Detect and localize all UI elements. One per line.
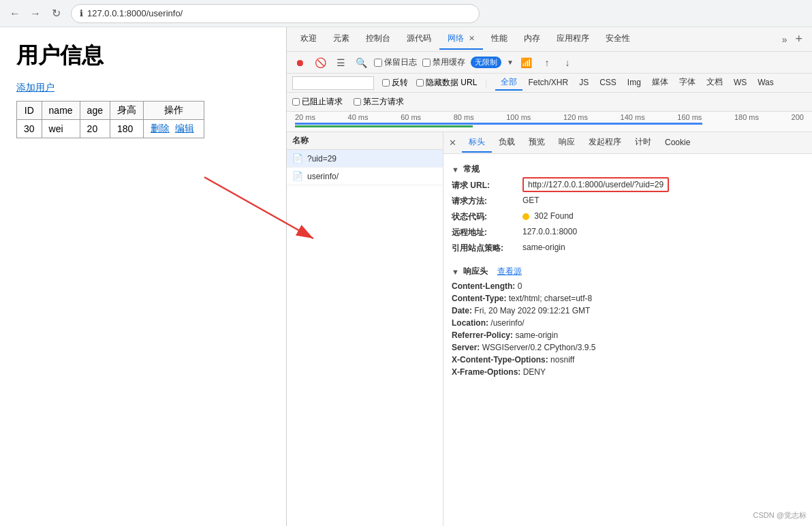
tab-sources[interactable]: 源代码 bbox=[399, 29, 439, 50]
detail-tab-preview[interactable]: 预览 bbox=[522, 133, 552, 153]
method-value: GET bbox=[522, 196, 540, 205]
type-filters: 全部 Fetch/XHR JS CSS Img 媒体 字体 文档 WS Was bbox=[495, 75, 779, 91]
referrer-row: 引用站点策略: same-origin bbox=[452, 241, 804, 256]
devtools-tabs: 欢迎 元素 控制台 源代码 网络 ✕ 性能 内存 应用程序 安全性 » + bbox=[287, 27, 812, 52]
delete-link[interactable]: 删除 bbox=[151, 123, 170, 134]
browser-chrome: ← → ↻ ℹ 127.0.0.1:8000/userinfo/ bbox=[0, 0, 812, 27]
wifi-icon[interactable]: 📶 bbox=[519, 55, 534, 70]
general-toggle[interactable]: ▼ bbox=[452, 166, 459, 174]
tab-security[interactable]: 安全性 bbox=[597, 29, 638, 50]
response-toggle[interactable]: ▼ bbox=[452, 268, 459, 276]
tl-20: 20 ms bbox=[295, 113, 315, 121]
table-header-row: ID name age 身高 操作 bbox=[17, 102, 204, 120]
record-btn[interactable]: ⏺ bbox=[292, 55, 307, 70]
tl-60: 60 ms bbox=[401, 113, 421, 121]
request-item-userinfo[interactable]: 📄 userinfo/ bbox=[287, 168, 443, 185]
col-age: age bbox=[80, 102, 110, 120]
filter-input[interactable] bbox=[292, 76, 374, 90]
col-action: 操作 bbox=[143, 102, 204, 120]
request-item-uid29[interactable]: 📄 ?uid=29 bbox=[287, 150, 443, 168]
url-display: 127.0.0.1:8000/userinfo/ bbox=[87, 8, 183, 18]
tl-40: 40 ms bbox=[348, 113, 369, 121]
tab-memory[interactable]: 内存 bbox=[516, 29, 548, 50]
remote-addr-row: 远程地址: 127.0.0.1:8000 bbox=[452, 225, 804, 241]
col-height: 身高 bbox=[110, 102, 143, 120]
tab-performance[interactable]: 性能 bbox=[483, 29, 516, 50]
filter-was[interactable]: Was bbox=[752, 76, 779, 90]
back-button[interactable]: ← bbox=[7, 5, 23, 22]
detail-tab-headers[interactable]: 标头 bbox=[462, 133, 492, 153]
info-icon: ℹ bbox=[80, 8, 83, 18]
tl-100: 100 ms bbox=[506, 113, 531, 121]
url-highlight: http://127.0.0.1:8000/userdel/?uid=29 bbox=[522, 177, 669, 192]
request-url-row: 请求 URL: http://127.0.0.1:8000/userdel/?u… bbox=[452, 178, 804, 194]
filter-ws[interactable]: WS bbox=[728, 76, 752, 90]
table-row: 30 wei 20 180 删除 编辑 bbox=[17, 120, 204, 138]
col-id: ID bbox=[17, 102, 42, 120]
clear-btn[interactable]: 🚫 bbox=[313, 55, 328, 70]
devtools-panel: 欢迎 元素 控制台 源代码 网络 ✕ 性能 内存 应用程序 安全性 » + ⏺ … bbox=[286, 27, 812, 526]
tab-elements[interactable]: 元素 bbox=[325, 29, 358, 50]
tab-console[interactable]: 控制台 bbox=[358, 29, 399, 50]
filter-img[interactable]: Img bbox=[622, 76, 646, 90]
tab-network[interactable]: 网络 ✕ bbox=[439, 29, 483, 50]
request-url-value: http://127.0.0.1:8000/userdel/?uid=29 bbox=[522, 180, 669, 189]
detail-tab-timing[interactable]: 计时 bbox=[628, 133, 658, 153]
blocked-requests-checkbox[interactable]: 已阻止请求 bbox=[292, 96, 343, 108]
forward-button[interactable]: → bbox=[27, 5, 44, 22]
filter-badge[interactable]: 无限制 bbox=[471, 57, 501, 68]
request-list: 名称 📄 ?uid=29 📄 userinfo/ bbox=[287, 132, 443, 526]
filter-dropdown-arrow[interactable]: ▼ bbox=[507, 59, 514, 66]
status-dot bbox=[522, 213, 529, 220]
search-btn[interactable]: 🔍 bbox=[354, 55, 369, 70]
disable-cache-checkbox[interactable]: 禁用缓存 bbox=[422, 57, 465, 68]
tl-180: 180 ms bbox=[734, 113, 759, 121]
timeline-labels: 20 ms 40 ms 60 ms 80 ms 100 ms 120 ms 14… bbox=[292, 113, 807, 121]
filter-fetch-xhr[interactable]: Fetch/XHR bbox=[522, 76, 574, 90]
filter-all[interactable]: 全部 bbox=[495, 75, 522, 91]
hide-data-urls-checkbox[interactable]: 隐藏数据 URL bbox=[416, 77, 477, 89]
detail-tab-payload[interactable]: 负载 bbox=[492, 133, 522, 153]
filter-css[interactable]: CSS bbox=[594, 76, 622, 90]
tab-network-close[interactable]: ✕ bbox=[469, 34, 475, 42]
filter-btn[interactable]: ☰ bbox=[333, 55, 348, 70]
preserve-log-checkbox[interactable]: 保留日志 bbox=[374, 57, 417, 68]
network-split: 名称 📄 ?uid=29 📄 userinfo/ ✕ 标头 负载 预览 bbox=[287, 132, 812, 526]
remote-value: 127.0.0.1:8000 bbox=[522, 227, 577, 236]
download-btn[interactable]: ↓ bbox=[560, 55, 575, 70]
resp-x-frame: X-Frame-Options: DENY bbox=[452, 366, 804, 378]
referrer-label: 引用站点策略: bbox=[452, 243, 520, 254]
request-method-row: 请求方法: GET bbox=[452, 194, 804, 209]
filter-js[interactable]: JS bbox=[574, 76, 594, 90]
third-party-checkbox[interactable]: 第三方请求 bbox=[354, 96, 404, 108]
filter-media[interactable]: 媒体 bbox=[646, 75, 674, 91]
upload-btn[interactable]: ↑ bbox=[540, 55, 555, 70]
tab-welcome[interactable]: 欢迎 bbox=[292, 29, 325, 50]
file-icon-uid29: 📄 bbox=[292, 153, 303, 164]
filter-doc[interactable]: 文档 bbox=[701, 75, 728, 91]
remote-label: 远程地址: bbox=[452, 227, 520, 238]
status-label: 状态代码: bbox=[452, 211, 520, 223]
detail-tab-cookie[interactable]: Cookie bbox=[658, 134, 697, 152]
resp-x-content-type: X-Content-Type-Options: nosniff bbox=[452, 354, 804, 366]
add-user-link[interactable]: 添加用户 bbox=[16, 82, 270, 94]
status-value: 302 Found bbox=[522, 211, 574, 221]
detail-tab-initiator[interactable]: 发起程序 bbox=[582, 133, 628, 153]
detail-close-btn[interactable]: ✕ bbox=[449, 138, 456, 148]
detail-tab-response[interactable]: 响应 bbox=[552, 133, 582, 153]
add-tab-btn[interactable]: + bbox=[791, 29, 807, 49]
timeline-blue-bar bbox=[295, 123, 702, 125]
cell-id: 30 bbox=[17, 120, 42, 138]
devtools-filterbar: 反转 隐藏数据 URL | 全部 Fetch/XHR JS CSS Img 媒体… bbox=[287, 74, 812, 93]
tab-application[interactable]: 应用程序 bbox=[548, 29, 597, 50]
refresh-button[interactable]: ↻ bbox=[48, 5, 64, 22]
more-tabs-btn[interactable]: » bbox=[778, 31, 792, 48]
invert-checkbox[interactable]: 反转 bbox=[382, 77, 408, 89]
tl-80: 80 ms bbox=[454, 113, 474, 121]
resp-date: Date: Fri, 20 May 2022 09:12:21 GMT bbox=[452, 305, 804, 317]
edit-link[interactable]: 编辑 bbox=[175, 123, 194, 134]
view-source-link[interactable]: 查看源 bbox=[497, 266, 522, 277]
address-bar[interactable]: ℹ 127.0.0.1:8000/userinfo/ bbox=[71, 4, 480, 23]
request-name-uid29: ?uid=29 bbox=[307, 154, 337, 164]
filter-font[interactable]: 字体 bbox=[674, 75, 701, 91]
